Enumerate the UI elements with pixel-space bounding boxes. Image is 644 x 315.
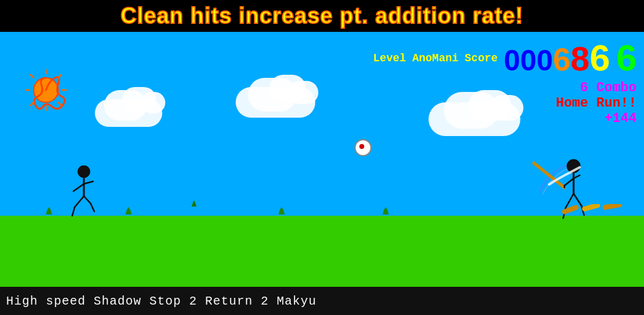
score-digit: 0 (536, 44, 553, 77)
game-area: Level AnoMani Score 000686 6 6 Combo Hom… (0, 32, 644, 287)
bottom-bar: High speed Shadow Stop 2 Return 2 Makyu (0, 287, 644, 315)
status-text: High speed Shadow Stop 2 Return 2 Makyu (6, 294, 316, 308)
stick-runner (67, 165, 101, 221)
bat-stumps (558, 204, 632, 241)
svg-line-2 (58, 75, 61, 78)
score-digit: 6 (590, 37, 610, 78)
game-container: Clean hits increase pt. addition rate! (0, 0, 644, 315)
level-label: Level (373, 52, 406, 64)
grass-tuft-5 (190, 199, 199, 210)
svg-rect-27 (561, 205, 579, 215)
score-digit: 0 (504, 44, 520, 77)
score-digit: 6 (553, 42, 571, 77)
svg-line-14 (72, 207, 75, 216)
svg-line-20 (564, 178, 574, 186)
svg-line-13 (75, 196, 84, 207)
grass-tuft-2 (122, 206, 135, 218)
svg-line-15 (84, 196, 91, 203)
score-value: 000686 (504, 40, 610, 77)
grass-tuft-4 (380, 206, 392, 218)
plus-score-text: +144 (373, 111, 637, 126)
ball (354, 139, 372, 156)
score-digit: 8 (571, 39, 590, 78)
top-banner: Clean hits increase pt. addition rate! (0, 0, 644, 32)
svg-line-4 (58, 102, 61, 105)
banner-text: Clean hits increase pt. addition rate! (121, 3, 523, 29)
combo-text: 6 Combo (373, 80, 637, 96)
svg-rect-28 (582, 204, 601, 212)
svg-line-6 (31, 102, 34, 105)
score-digit: 0 (520, 44, 537, 77)
grass-tuft-3 (275, 206, 288, 218)
svg-rect-29 (602, 204, 623, 210)
svg-line-12 (84, 181, 93, 184)
svg-line-11 (73, 184, 84, 191)
svg-line-16 (91, 203, 94, 211)
score-label: Score (465, 52, 498, 64)
svg-line-8 (31, 75, 34, 78)
level-value: AnoMani (412, 52, 459, 64)
svg-point-9 (78, 165, 90, 178)
grass-tuft-1 (43, 206, 55, 218)
score-last-digit: 6 (616, 37, 637, 79)
homerun-text: Home Run!! (373, 96, 637, 111)
sun-icon (24, 69, 67, 112)
hud: Level AnoMani Score 000686 6 6 Combo Hom… (365, 32, 644, 131)
